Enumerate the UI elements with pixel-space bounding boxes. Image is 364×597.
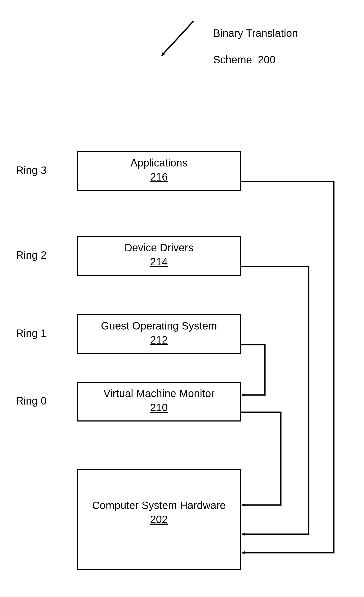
device-drivers-box: Device Drivers 214 bbox=[77, 236, 241, 276]
ring-2-label: Ring 2 bbox=[16, 249, 47, 261]
guest-os-box: Guest Operating System 212 bbox=[77, 314, 241, 354]
diagram-canvas: Binary Translation Scheme 200 Ring 3 Rin… bbox=[0, 0, 364, 597]
title-line-1: Binary Translation bbox=[213, 27, 298, 39]
ring-0-label: Ring 0 bbox=[16, 395, 47, 407]
applications-box: Applications 216 bbox=[77, 151, 241, 191]
device-drivers-ref: 214 bbox=[78, 256, 240, 268]
device-drivers-label: Device Drivers bbox=[78, 242, 240, 254]
vmm-box: Virtual Machine Monitor 210 bbox=[77, 382, 241, 422]
vmm-ref: 210 bbox=[78, 402, 240, 414]
arrow-vmm-to-hardware bbox=[241, 412, 281, 505]
arrow-apps-to-hardware bbox=[241, 182, 334, 553]
hardware-box: Computer System Hardware 202 bbox=[77, 469, 241, 570]
guest-os-ref: 212 bbox=[78, 334, 240, 346]
diagram-title: Binary Translation Scheme 200 bbox=[201, 13, 298, 80]
arrow-drivers-to-hardware bbox=[241, 266, 309, 534]
title-line-2: Scheme 200 bbox=[213, 54, 276, 65]
arrow-guest-to-vmm bbox=[241, 345, 265, 395]
hardware-label: Computer System Hardware bbox=[78, 499, 240, 511]
vmm-label: Virtual Machine Monitor bbox=[78, 388, 240, 400]
applications-label: Applications bbox=[78, 157, 240, 169]
guest-os-label: Guest Operating System bbox=[78, 320, 240, 332]
svg-line-0 bbox=[162, 21, 193, 56]
title-arrow bbox=[162, 21, 193, 56]
ring-1-label: Ring 1 bbox=[16, 327, 47, 339]
applications-ref: 216 bbox=[78, 171, 240, 183]
hardware-ref: 202 bbox=[78, 513, 240, 525]
ring-3-label: Ring 3 bbox=[16, 164, 47, 176]
